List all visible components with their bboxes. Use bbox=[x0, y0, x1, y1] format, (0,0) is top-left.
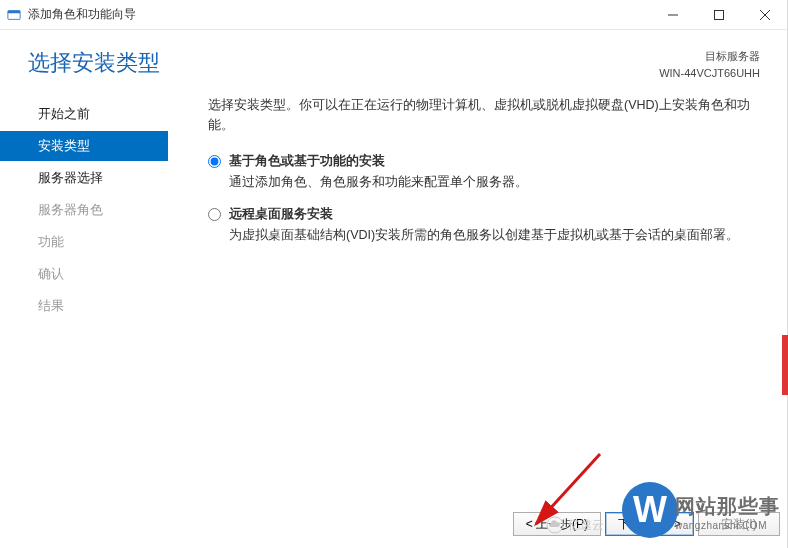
option-role-based[interactable]: 基于角色或基于功能的安装 通过添加角色、角色服务和功能来配置单个服务器。 bbox=[208, 153, 760, 192]
wizard-body: 开始之前 安装类型 服务器选择 服务器角色 功能 确认 结果 选择安装类型。你可… bbox=[0, 87, 788, 491]
step-results: 结果 bbox=[0, 291, 168, 321]
wizard-steps-sidebar: 开始之前 安装类型 服务器选择 服务器角色 功能 确认 结果 bbox=[0, 87, 168, 491]
app-icon bbox=[6, 7, 22, 23]
step-confirmation: 确认 bbox=[0, 259, 168, 289]
wizard-content: 选择安装类型。你可以在正在运行的物理计算机、虚拟机或脱机虚拟硬盘(VHD)上安装… bbox=[168, 87, 788, 491]
page-title: 选择安装类型 bbox=[28, 48, 160, 78]
window-controls bbox=[650, 0, 788, 30]
svg-rect-1 bbox=[8, 10, 20, 13]
option-role-based-radio[interactable] bbox=[208, 155, 221, 168]
wizard-header: 选择安装类型 目标服务器 WIN-44VCJT66UHH bbox=[0, 30, 788, 87]
target-server-name: WIN-44VCJT66UHH bbox=[659, 65, 760, 82]
minimize-button[interactable] bbox=[650, 0, 696, 30]
svg-rect-3 bbox=[715, 11, 724, 20]
option-rds-desc: 为虚拟桌面基础结构(VDI)安装所需的角色服务以创建基于虚拟机或基于会话的桌面部… bbox=[229, 225, 760, 245]
option-rds-radio[interactable] bbox=[208, 208, 221, 221]
close-button[interactable] bbox=[742, 0, 788, 30]
step-installation-type[interactable]: 安装类型 bbox=[0, 131, 168, 161]
previous-button[interactable]: < 上一步(P) bbox=[513, 512, 601, 536]
option-role-based-text: 基于角色或基于功能的安装 通过添加角色、角色服务和功能来配置单个服务器。 bbox=[229, 153, 760, 192]
maximize-button[interactable] bbox=[696, 0, 742, 30]
option-rds-title: 远程桌面服务安装 bbox=[229, 206, 760, 223]
watermark-logo-circle: W bbox=[622, 482, 678, 538]
option-role-based-desc: 通过添加角色、角色服务和功能来配置单个服务器。 bbox=[229, 172, 760, 192]
option-role-based-title: 基于角色或基于功能的安装 bbox=[229, 153, 760, 170]
instruction-text: 选择安装类型。你可以在正在运行的物理计算机、虚拟机或脱机虚拟硬盘(VHD)上安装… bbox=[208, 95, 760, 135]
target-server-label: 目标服务器 bbox=[659, 48, 760, 65]
install-button: 安装(I) bbox=[698, 512, 780, 536]
watermark-letter: W bbox=[633, 489, 667, 531]
step-server-roles: 服务器角色 bbox=[0, 195, 168, 225]
step-before-you-begin[interactable]: 开始之前 bbox=[0, 99, 168, 129]
step-features: 功能 bbox=[0, 227, 168, 257]
target-server-info: 目标服务器 WIN-44VCJT66UHH bbox=[659, 48, 760, 81]
window-title: 添加角色和功能向导 bbox=[28, 6, 136, 23]
annotation-red-bar bbox=[782, 335, 788, 395]
titlebar: 添加角色和功能向导 bbox=[0, 0, 788, 30]
option-rds-text: 远程桌面服务安装 为虚拟桌面基础结构(VDI)安装所需的角色服务以创建基于虚拟机… bbox=[229, 206, 760, 245]
step-server-selection[interactable]: 服务器选择 bbox=[0, 163, 168, 193]
option-rds[interactable]: 远程桌面服务安装 为虚拟桌面基础结构(VDI)安装所需的角色服务以创建基于虚拟机… bbox=[208, 206, 760, 245]
